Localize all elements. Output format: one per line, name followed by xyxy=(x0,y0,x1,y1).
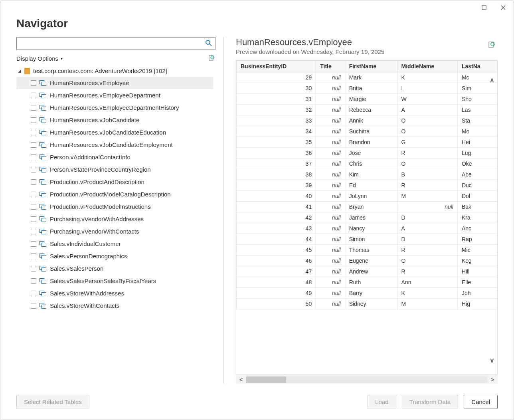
column-header[interactable]: LastNa xyxy=(457,61,497,72)
tree-item[interactable]: Person.vAdditionalContactInfo xyxy=(16,151,213,163)
tree-item[interactable]: Sales.vStoreWithAddresses xyxy=(16,287,213,299)
table-row[interactable]: 38nullKimBAbe xyxy=(237,169,497,180)
tree-item[interactable]: Sales.vIndividualCustomer xyxy=(16,238,213,250)
tree-item-checkbox[interactable] xyxy=(31,80,36,86)
close-button[interactable] xyxy=(496,2,510,13)
collapse-icon[interactable]: ◢ xyxy=(18,69,21,73)
table-row[interactable]: 41nullBryannullBak xyxy=(237,202,497,212)
table-row[interactable]: 33nullAnnikOSta xyxy=(237,115,497,126)
table-cell: Ruth xyxy=(345,277,397,288)
tree-item[interactable]: HumanResources.vJobCandidate xyxy=(16,114,213,126)
column-header[interactable]: Title xyxy=(316,61,345,72)
tree-item[interactable]: Person.vStateProvinceCountryRegion xyxy=(16,163,213,176)
table-cell: Rap xyxy=(457,234,497,245)
tree-item-checkbox[interactable] xyxy=(31,266,36,271)
table-row[interactable]: 48nullRuthAnnElle xyxy=(237,277,497,288)
tree-item-checkbox[interactable] xyxy=(31,204,36,210)
table-cell: null xyxy=(316,83,345,94)
maximize-button[interactable] xyxy=(477,2,491,13)
preview-table-container[interactable]: BusinessEntityIDTitleFirstNameMiddleName… xyxy=(236,60,498,375)
column-header[interactable]: MiddleName xyxy=(397,61,457,72)
table-row[interactable]: 44nullSimonDRap xyxy=(237,234,497,245)
tree-item[interactable]: HumanResources.vEmployee xyxy=(16,77,213,89)
tree-item-checkbox[interactable] xyxy=(31,142,36,148)
table-row[interactable]: 43nullNancyAAnc xyxy=(237,223,497,234)
table-cell: 40 xyxy=(237,191,316,202)
table-row[interactable]: 42nullJamesDKra xyxy=(237,212,497,223)
table-row[interactable]: 47nullAndrewRHill xyxy=(237,266,497,277)
tree-item[interactable]: Sales.vPersonDemographics xyxy=(16,250,213,262)
table-row[interactable]: 40nullJoLynnMDol xyxy=(237,191,497,202)
cancel-button[interactable]: Cancel xyxy=(464,395,498,408)
table-row[interactable]: 37nullChrisOOke xyxy=(237,158,497,169)
table-row[interactable]: 39nullEdRDuc xyxy=(237,180,497,191)
table-row[interactable]: 45nullThomasRMic xyxy=(237,245,497,256)
table-cell: Hei xyxy=(457,137,497,148)
tree-item[interactable]: Production.vProductModelCatalogDescripti… xyxy=(16,188,213,200)
tree-item-checkbox[interactable] xyxy=(31,303,36,309)
scroll-right-button[interactable]: > xyxy=(487,376,498,383)
tree-item-label: HumanResources.vEmployee xyxy=(50,79,129,86)
table-row[interactable]: 31nullMargieWSho xyxy=(237,94,497,105)
refresh-preview-button[interactable] xyxy=(486,40,498,51)
view-icon xyxy=(40,167,47,172)
table-cell: Bryan xyxy=(345,202,397,212)
tree-item[interactable]: Production.vProductAndDescription xyxy=(16,176,213,188)
tree-item-checkbox[interactable] xyxy=(31,155,36,160)
tree-item-checkbox[interactable] xyxy=(31,167,36,172)
transform-data-button[interactable]: Transform Data xyxy=(402,395,459,408)
table-cell: Ann xyxy=(397,277,457,288)
column-header[interactable]: BusinessEntityID xyxy=(237,61,316,72)
tree-item-checkbox[interactable] xyxy=(31,105,36,111)
tree-item-checkbox[interactable] xyxy=(31,216,36,222)
tree-item-checkbox[interactable] xyxy=(31,241,36,247)
table-cell: 36 xyxy=(237,148,316,158)
tree-item-checkbox[interactable] xyxy=(31,278,36,284)
column-header[interactable]: FirstName xyxy=(345,61,397,72)
tree-item[interactable]: HumanResources.vJobCandidateEducation xyxy=(16,126,213,139)
table-row[interactable]: 29nullMarkKMc xyxy=(237,72,497,83)
select-related-tables-button[interactable]: Select Related Tables xyxy=(16,395,89,408)
tree-item-checkbox[interactable] xyxy=(31,229,36,234)
table-cell: 29 xyxy=(237,72,316,83)
tree-item[interactable]: Purchasing.vVendorWithAddresses xyxy=(16,213,213,225)
table-row[interactable]: 35nullBrandonGHei xyxy=(237,137,497,148)
search-input[interactable] xyxy=(16,37,215,50)
tree-item-checkbox[interactable] xyxy=(31,93,36,98)
tree-item[interactable]: HumanResources.vEmployeeDepartment xyxy=(16,89,213,101)
tree-item-checkbox[interactable] xyxy=(31,117,36,123)
table-row[interactable]: 36nullJoseRLug xyxy=(237,148,497,158)
scroll-left-button[interactable]: < xyxy=(236,376,246,383)
tree-item-checkbox[interactable] xyxy=(31,254,36,259)
tree-item[interactable]: Production.vProductModelInstructions xyxy=(16,200,213,213)
table-row[interactable]: 32nullRebeccaALas xyxy=(237,105,497,115)
table-row[interactable]: 46nullEugeneOKog xyxy=(237,256,497,266)
table-row[interactable]: 50nullSidneyMHig xyxy=(237,299,497,309)
display-options-dropdown[interactable]: Display Options ▾ xyxy=(16,55,63,62)
tree-root[interactable]: ◢ test.corp.contoso.com: AdventureWorks2… xyxy=(16,65,213,77)
tree-item-label: Sales.vIndividualCustomer xyxy=(50,240,121,247)
tree-item[interactable]: Sales.vSalesPerson xyxy=(16,262,213,275)
tree-item-checkbox[interactable] xyxy=(31,291,36,296)
refresh-tree-button[interactable] xyxy=(208,55,215,62)
object-tree[interactable]: ◢ test.corp.contoso.com: AdventureWorks2… xyxy=(16,65,215,384)
table-cell: 46 xyxy=(237,256,316,266)
table-row[interactable]: 34nullSuchitraOMo xyxy=(237,126,497,137)
scroll-thumb[interactable] xyxy=(246,376,286,383)
tree-item[interactable]: Sales.vStoreWithContacts xyxy=(16,299,213,312)
tree-item[interactable]: Purchasing.vVendorWithContacts xyxy=(16,225,213,238)
table-cell: K xyxy=(397,72,457,83)
horizontal-scrollbar[interactable]: < > xyxy=(236,375,498,384)
tree-item-checkbox[interactable] xyxy=(31,192,36,197)
search-icon[interactable] xyxy=(205,40,212,48)
table-row[interactable]: 49nullBarryKJoh xyxy=(237,288,497,299)
tree-item-checkbox[interactable] xyxy=(31,179,36,185)
view-icon xyxy=(40,105,47,111)
tree-item[interactable]: HumanResources.vEmployeeDepartmentHistor… xyxy=(16,101,213,114)
tree-item[interactable]: Sales.vSalesPersonSalesByFiscalYears xyxy=(16,275,213,287)
tree-item[interactable]: HumanResources.vJobCandidateEmployment xyxy=(16,139,213,151)
load-button[interactable]: Load xyxy=(368,395,396,408)
table-row[interactable]: 30nullBrittaLSim xyxy=(237,83,497,94)
tree-item-checkbox[interactable] xyxy=(31,130,36,135)
scroll-track[interactable] xyxy=(246,376,487,383)
